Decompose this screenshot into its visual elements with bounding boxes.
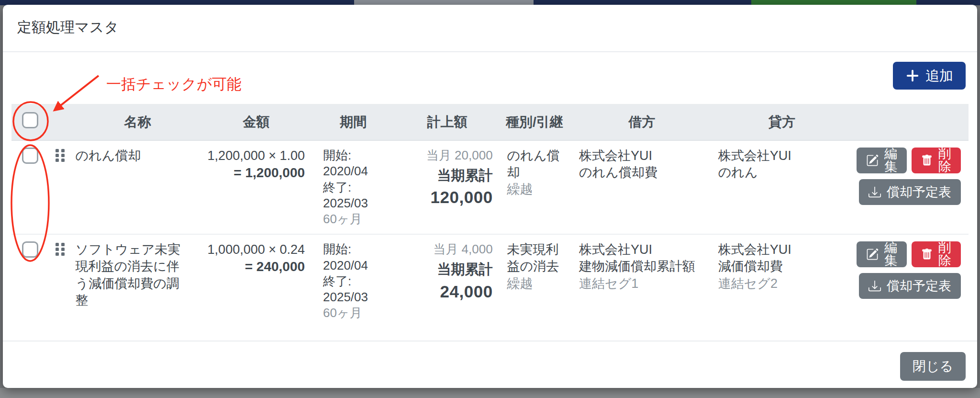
debit-account: 建物減価償却累計額 bbox=[579, 258, 708, 275]
page: { "modal": { "title": "定額処理マスタ", "annota… bbox=[0, 0, 980, 398]
row-actions: 編集 削除 bbox=[853, 234, 969, 340]
row-name: のれん償却 bbox=[72, 140, 204, 234]
column-header-recorded: 計上額 bbox=[398, 104, 497, 140]
column-header-type: 種別/引継 bbox=[497, 104, 572, 140]
row-amount: 1,200,000 × 1.00 = 1,200,000 bbox=[204, 140, 309, 234]
column-header-credit: 貸方 bbox=[712, 104, 853, 140]
drag-handle-icon[interactable] bbox=[55, 151, 66, 166]
debit-account: のれん償却費 bbox=[579, 164, 708, 181]
column-header-period: 期間 bbox=[309, 104, 398, 140]
recorded-cumulative-label: 当期累計 bbox=[402, 167, 493, 185]
master-table: 名称 金額 期間 計上額 種別/引継 借方 貸方 bbox=[11, 104, 969, 341]
recorded-monthly: 当月 20,000 bbox=[402, 148, 493, 164]
period-months: 60ヶ月 bbox=[323, 305, 394, 321]
period-end: 2025/03 bbox=[323, 289, 394, 305]
modal-title: 定額処理マスタ bbox=[17, 19, 119, 35]
credit-segment: 連結セグ2 bbox=[718, 275, 849, 292]
column-header-debit: 借方 bbox=[572, 104, 712, 140]
delete-button-label: 削除 bbox=[938, 241, 951, 267]
table-row: ソフトウェア未実現利益の消去に伴う減価償却費の調整 1,000,000 × 0.… bbox=[11, 234, 969, 340]
schedule-download-button[interactable]: 償却予定表 bbox=[859, 273, 961, 299]
close-button[interactable]: 閉じる bbox=[900, 352, 966, 381]
period-start: 2020/04 bbox=[323, 258, 394, 273]
recorded-cumulative-value: 120,000 bbox=[402, 186, 493, 208]
delete-button[interactable]: 削除 bbox=[912, 241, 961, 267]
table-row: のれん償却 1,200,000 × 1.00 = 1,200,000 開始: 2… bbox=[11, 140, 969, 234]
download-icon bbox=[869, 186, 881, 198]
carryover-label: 繰越 bbox=[507, 275, 568, 292]
edit-button-label: 編集 bbox=[884, 241, 897, 267]
recorded-cumulative-value: 24,000 bbox=[402, 281, 493, 303]
credit-account: のれん bbox=[718, 164, 849, 181]
download-icon bbox=[869, 280, 881, 292]
row-type: 未実現利益の消去 繰越 bbox=[497, 234, 572, 340]
row-period: 開始: 2020/04 終了: 2025/03 60ヶ月 bbox=[309, 234, 398, 340]
debit-segment: 連結セグ1 bbox=[579, 275, 708, 292]
debit-company: 株式会社YUI bbox=[579, 148, 708, 164]
schedule-download-button[interactable]: 償却予定表 bbox=[859, 179, 961, 205]
plus-icon bbox=[905, 68, 920, 83]
row-grip-cell bbox=[49, 140, 71, 234]
delete-button[interactable]: 削除 bbox=[912, 148, 961, 173]
delete-button-label: 削除 bbox=[938, 148, 951, 173]
row-type: のれん償却 繰越 bbox=[497, 140, 572, 234]
credit-company: 株式会社YUI bbox=[718, 148, 849, 164]
column-header-actions bbox=[853, 104, 969, 140]
drag-handle-icon[interactable] bbox=[55, 245, 66, 260]
select-all-checkbox[interactable] bbox=[22, 112, 38, 128]
row-checkbox-cell bbox=[11, 234, 49, 340]
row-checkbox[interactable] bbox=[22, 148, 38, 164]
amount-formula: 1,000,000 × 0.24 bbox=[208, 241, 305, 258]
toolbar: 追加 bbox=[11, 52, 969, 104]
modal-header: 定額処理マスタ bbox=[3, 5, 977, 52]
period-months: 60ヶ月 bbox=[323, 211, 394, 227]
row-debit: 株式会社YUI 建物減価償却累計額 連結セグ1 bbox=[572, 234, 712, 340]
amount-total: = 1,200,000 bbox=[208, 164, 305, 182]
period-end-label: 終了: bbox=[323, 273, 394, 289]
select-all-header-cell bbox=[11, 104, 49, 140]
edit-icon bbox=[866, 154, 879, 167]
trash-icon bbox=[921, 248, 933, 261]
row-checkbox-cell bbox=[11, 140, 49, 234]
credit-account: 減価償却費 bbox=[718, 258, 849, 275]
recorded-cumulative-label: 当期累計 bbox=[402, 261, 493, 279]
debit-company: 株式会社YUI bbox=[579, 241, 708, 258]
row-actions: 編集 削除 bbox=[853, 140, 969, 234]
grip-header-cell bbox=[49, 104, 71, 140]
table-header-row: 名称 金額 期間 計上額 種別/引継 借方 貸方 bbox=[11, 104, 969, 140]
row-checkbox[interactable] bbox=[22, 241, 38, 258]
credit-company: 株式会社YUI bbox=[718, 241, 849, 258]
edit-button[interactable]: 編集 bbox=[857, 148, 907, 173]
row-credit: 株式会社YUI 減価償却費 連結セグ2 bbox=[712, 234, 853, 340]
row-grip-cell bbox=[49, 234, 71, 340]
edit-button-label: 編集 bbox=[884, 148, 897, 173]
close-button-label: 閉じる bbox=[913, 360, 953, 373]
add-button-label: 追加 bbox=[925, 69, 953, 83]
edit-button[interactable]: 編集 bbox=[857, 241, 907, 267]
column-header-amount: 金額 bbox=[204, 104, 309, 140]
period-end: 2025/03 bbox=[323, 195, 394, 211]
recorded-monthly: 当月 4,000 bbox=[402, 241, 493, 258]
period-end-label: 終了: bbox=[323, 180, 394, 195]
row-debit: 株式会社YUI のれん償却費 bbox=[572, 140, 712, 234]
add-button[interactable]: 追加 bbox=[893, 62, 966, 90]
amount-formula: 1,200,000 × 1.00 bbox=[208, 148, 305, 164]
schedule-button-label: 償却予定表 bbox=[887, 186, 951, 199]
edit-icon bbox=[866, 248, 879, 261]
row-period: 開始: 2020/04 終了: 2025/03 60ヶ月 bbox=[309, 140, 398, 234]
row-name: ソフトウェア未実現利益の消去に伴う減価償却費の調整 bbox=[72, 234, 204, 340]
row-credit: 株式会社YUI のれん bbox=[712, 140, 853, 234]
period-start: 2020/04 bbox=[323, 163, 394, 179]
period-start-label: 開始: bbox=[323, 241, 394, 257]
schedule-button-label: 償却予定表 bbox=[887, 280, 951, 293]
modal-footer: 閉じる bbox=[3, 341, 977, 391]
type-label: のれん償却 bbox=[507, 148, 568, 181]
amount-total: = 240,000 bbox=[208, 258, 305, 275]
row-amount: 1,000,000 × 0.24 = 240,000 bbox=[204, 234, 309, 340]
modal-body: 追加 名称 金額 期間 計上額 種別/引継 借方 bbox=[3, 52, 977, 341]
column-header-name: 名称 bbox=[72, 104, 204, 140]
trash-icon bbox=[921, 154, 933, 167]
fixed-processing-master-modal: 定額処理マスタ 追加 名称 bbox=[3, 5, 977, 388]
row-recorded: 当月 4,000 当期累計 24,000 bbox=[398, 234, 497, 340]
row-recorded: 当月 20,000 当期累計 120,000 bbox=[398, 140, 497, 234]
